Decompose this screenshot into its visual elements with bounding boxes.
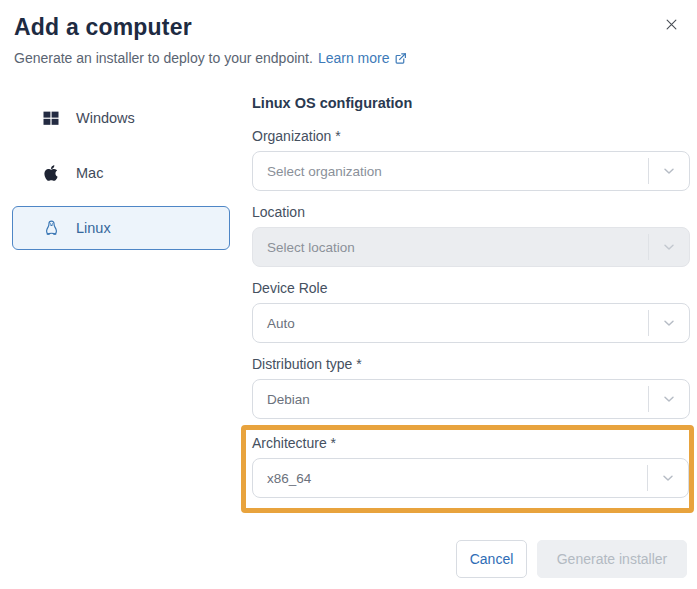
os-tab-label: Linux xyxy=(76,220,111,236)
field-label: Location xyxy=(252,204,690,221)
learn-more-label: Learn more xyxy=(318,50,390,66)
field-label: Architecture * xyxy=(252,435,689,452)
architecture-highlight-annotation: Architecture * x86_64 xyxy=(241,425,694,513)
learn-more-link[interactable]: Learn more xyxy=(318,50,408,66)
os-tab-label: Windows xyxy=(76,110,135,126)
os-selector-list: Windows Mac Linux xyxy=(12,96,230,261)
linux-tux-icon xyxy=(41,218,61,238)
field-architecture: Architecture * x86_64 xyxy=(252,435,689,498)
cancel-button[interactable]: Cancel xyxy=(456,540,527,578)
distribution-type-select[interactable]: Debian xyxy=(252,379,690,419)
chevron-down-icon[interactable] xyxy=(649,315,689,331)
organization-select[interactable]: Select organization xyxy=(252,151,690,191)
select-value: x86_64 xyxy=(267,471,647,486)
os-tab-windows[interactable]: Windows xyxy=(12,96,230,140)
select-value: Debian xyxy=(267,392,648,407)
os-tab-label: Mac xyxy=(76,165,103,181)
dialog-subtitle: Generate an installer to deploy to your … xyxy=(14,50,637,66)
linux-config-form: Linux OS configuration Organization * Se… xyxy=(252,95,690,513)
add-computer-dialog: Add a computer Generate an installer to … xyxy=(0,0,697,589)
chevron-down-icon xyxy=(649,239,689,255)
form-heading: Linux OS configuration xyxy=(252,95,690,111)
windows-logo-icon xyxy=(41,108,61,128)
dialog-footer: Cancel Generate installer xyxy=(456,540,687,578)
close-icon[interactable] xyxy=(661,14,681,34)
apple-logo-icon xyxy=(41,163,61,183)
field-location: Location Select location xyxy=(252,204,690,267)
architecture-select[interactable]: x86_64 xyxy=(252,458,689,498)
device-role-select[interactable]: Auto xyxy=(252,303,690,343)
select-value: Select organization xyxy=(267,164,648,179)
field-distribution-type: Distribution type * Debian xyxy=(252,356,690,419)
external-link-icon xyxy=(393,51,407,65)
field-label: Distribution type * xyxy=(252,356,690,373)
page-title: Add a computer xyxy=(14,14,637,41)
location-select: Select location xyxy=(252,227,690,267)
field-label: Device Role xyxy=(252,280,690,297)
field-label: Organization * xyxy=(252,128,690,145)
chevron-down-icon[interactable] xyxy=(648,470,688,486)
select-value: Select location xyxy=(267,240,648,255)
chevron-down-icon[interactable] xyxy=(649,391,689,407)
subtitle-text: Generate an installer to deploy to your … xyxy=(14,50,313,66)
os-tab-mac[interactable]: Mac xyxy=(12,151,230,195)
field-organization: Organization * Select organization xyxy=(252,128,690,191)
os-tab-linux[interactable]: Linux xyxy=(12,206,230,250)
generate-installer-button[interactable]: Generate installer xyxy=(537,540,687,578)
field-device-role: Device Role Auto xyxy=(252,280,690,343)
chevron-down-icon[interactable] xyxy=(649,163,689,179)
dialog-header: Add a computer Generate an installer to … xyxy=(14,14,637,66)
select-value: Auto xyxy=(267,316,648,331)
